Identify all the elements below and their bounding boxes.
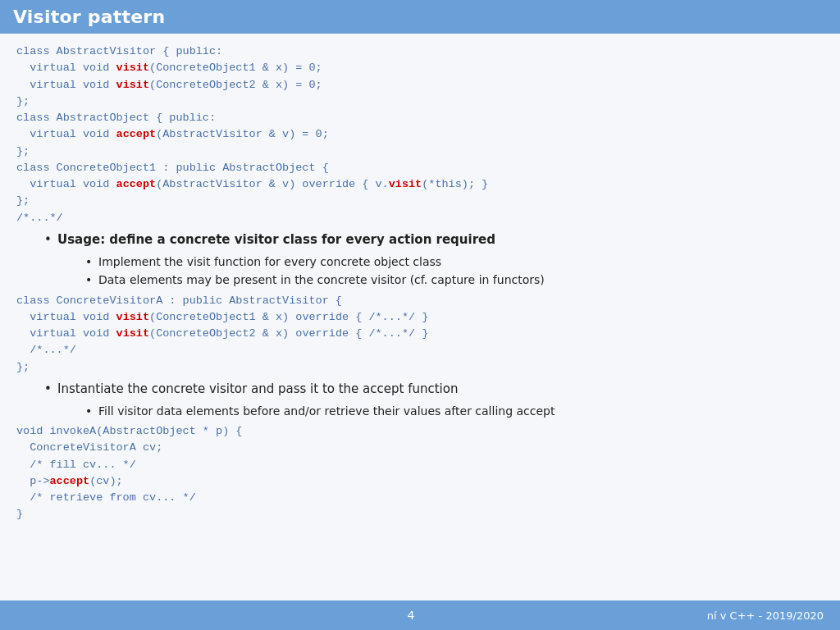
code-block-2: class ConcreteVisitorA : public Abstract… bbox=[16, 293, 824, 376]
footer-right-text: ní v C++ - 2019/2020 bbox=[707, 609, 824, 622]
code-block-3: void invokeA(AbstractObject * p) { Concr… bbox=[16, 423, 824, 523]
bullet-list-1: Usage: define a concrete visitor class f… bbox=[41, 230, 824, 249]
code-block-1: class AbstractVisitor { public: virtual … bbox=[16, 43, 824, 226]
bullet-item: Data elements may be present in the conc… bbox=[82, 271, 824, 289]
bullet-list-3: Instantiate the concrete visitor and pas… bbox=[41, 379, 824, 399]
slide-content: class AbstractVisitor { public: virtual … bbox=[0, 34, 840, 600]
bullet-list-4: Fill visitor data elements before and/or… bbox=[82, 402, 824, 420]
bullet-item: Instantiate the concrete visitor and pas… bbox=[41, 379, 824, 399]
slide-title: Visitor pattern bbox=[13, 7, 165, 27]
bullet-list-2: Implement the visit function for every c… bbox=[82, 253, 824, 290]
bullet-item: Usage: define a concrete visitor class f… bbox=[41, 230, 824, 249]
slide-header: Visitor pattern bbox=[0, 0, 840, 34]
bullet-item: Implement the visit function for every c… bbox=[82, 253, 824, 271]
slide-footer: 4 ní v C++ - 2019/2020 bbox=[0, 600, 840, 630]
bullet-item: Fill visitor data elements before and/or… bbox=[82, 402, 824, 420]
footer-page-number: 4 bbox=[115, 609, 707, 622]
